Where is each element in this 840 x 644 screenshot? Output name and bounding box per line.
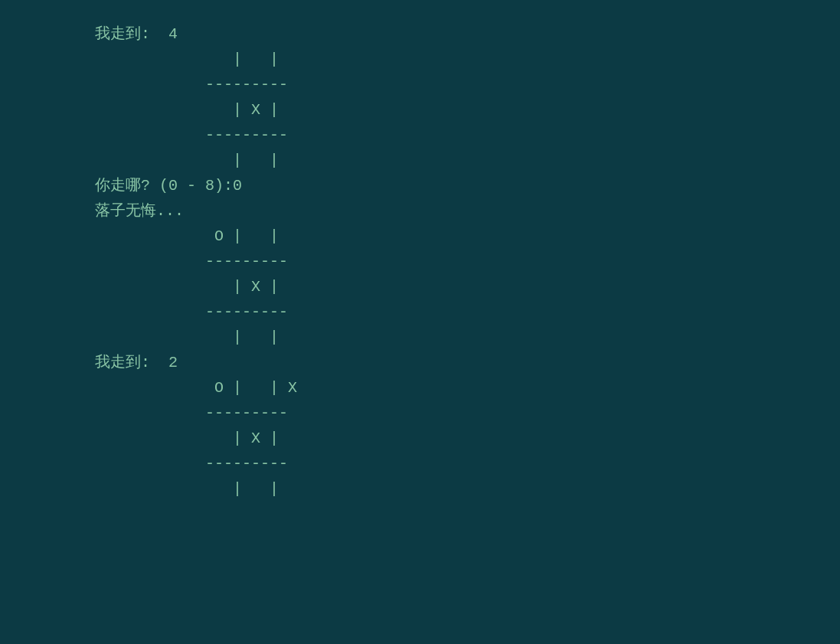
board-divider: --------- (95, 451, 840, 476)
computer-move-line: 我走到: 4 (95, 21, 840, 47)
board-row: | | (95, 47, 840, 72)
board-divider: --------- (95, 72, 840, 97)
board-row: O | | X (95, 375, 840, 400)
board-row: | X | (95, 274, 840, 299)
board-divider: --------- (95, 249, 840, 274)
board-row: | | (95, 325, 840, 350)
board-row: | X | (95, 97, 840, 123)
no-regret-line: 落子无悔... (95, 198, 840, 224)
board-row: O | | (95, 224, 840, 249)
board-row: | X | (95, 426, 840, 451)
computer-move-line: 我走到: 2 (95, 350, 840, 375)
player-input-prompt[interactable]: 你走哪? (0 - 8):0 (95, 173, 840, 198)
board-divider: --------- (95, 123, 840, 148)
board-row: | | (95, 476, 840, 502)
terminal-output: 我走到: 4 | | --------- | X | --------- | |… (95, 21, 840, 502)
board-row: | | (95, 148, 840, 173)
board-divider: --------- (95, 400, 840, 426)
board-divider: --------- (95, 299, 840, 325)
